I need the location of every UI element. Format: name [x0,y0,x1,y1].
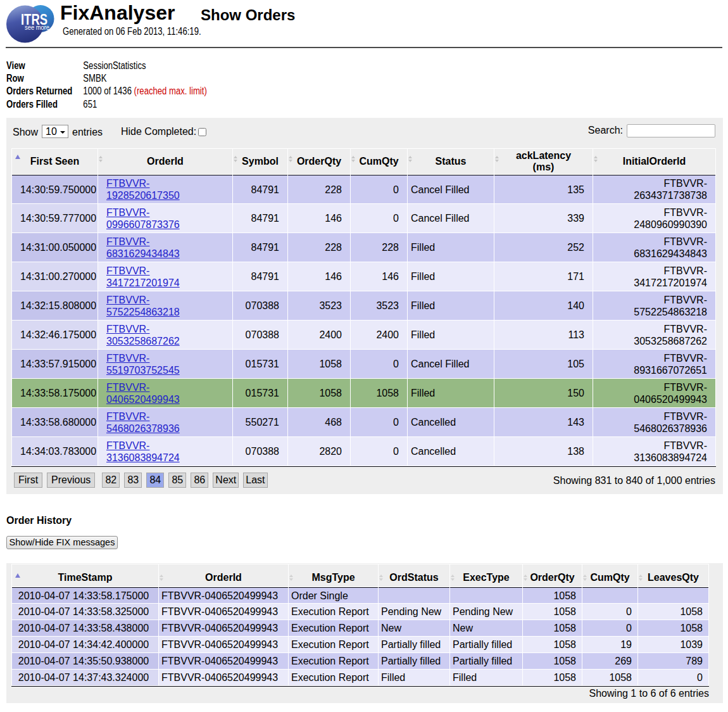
timestamp-cell: 2010-04-07 14:37:43.324000 [12,670,158,685]
history-row: 2010-04-07 14:34:42.400000FTBVVR-0406520… [12,637,708,652]
hide-completed-control: Hide Completed: [121,126,206,137]
order-id-cell: FTBVVR-1928520617350 [98,175,232,203]
order-id-link[interactable]: FTBVVR-3053258687262 [106,324,180,346]
page-button-82[interactable]: 82 [102,473,120,488]
column-header-orderid[interactable]: OrderId [98,149,232,174]
column-header-leavesqty[interactable]: LeavesQty [638,564,708,587]
symbol-cell: 015731 [233,350,287,378]
orders-table-info: Showing 831 to 840 of 1,000 entries [553,475,715,486]
cum-qty-cell [582,587,637,603]
symbol-cell: 84791 [233,175,287,203]
status-cell: Cancel Filled [408,175,494,203]
history-row: 2010-04-07 14:33:58.438000FTBVVR-0406520… [12,620,708,636]
info-label: Orders Returned [6,85,83,98]
column-header-orderid[interactable]: OrderId [159,564,288,587]
first-seen-cell: 14:31:00.050000 [12,233,97,262]
order-qty-cell: 146 [288,262,350,291]
order-id-link[interactable]: FTBVVR-0406520499943 [106,382,180,405]
order-id-cell: FTBVVR-3053258687262 [98,321,232,349]
page-title: Show Orders [201,8,295,23]
page-button-85[interactable]: 85 [168,473,186,488]
page-button-83[interactable]: 83 [124,473,142,488]
order-id-link[interactable]: FTBVVR-6831629434843 [106,236,180,259]
sort-both-icon [524,574,528,582]
ack-latency-cell: 113 [494,321,593,349]
search-input[interactable] [627,124,715,137]
column-header-timestamp[interactable]: TimeStamp [12,564,158,587]
toggle-fix-messages-button[interactable]: Show/Hide FIX messages [6,536,118,549]
order-id-cell: FTBVVR-0406520499943 [98,379,232,407]
hide-completed-checkbox[interactable] [198,128,206,136]
ack-latency-cell: 138 [494,437,593,466]
column-header-first-seen[interactable]: First Seen [12,149,97,174]
order-id-cell: FTBVVR-0406520499943 [159,620,288,636]
order-id-link[interactable]: FTBVVR-5519703752545 [106,353,180,376]
order-id-cell: FTBVVR-0406520499943 [159,587,288,603]
status-cell: Filled [408,291,494,320]
symbol-cell: 84791 [233,204,287,232]
page-button-84[interactable]: 84 [146,473,164,488]
order-qty-cell: 1058 [523,653,582,669]
page-button-last[interactable]: Last [243,473,267,488]
order-row: 14:34:03.783000FTBVVR-313608389472407038… [12,437,715,466]
ord-status-cell: New [379,620,449,636]
column-header-orderqty[interactable]: OrderQty [288,149,350,174]
order-row: 14:31:00.270000FTBVVR-341721720197484791… [12,262,715,291]
msg-type-cell: Order Single [289,587,378,603]
order-qty-cell: 1058 [523,637,582,652]
order-qty-cell: 3523 [288,291,350,320]
symbol-cell: 070388 [233,291,287,320]
info-row: Orders Returned1000 of 1436 (reached max… [6,85,251,98]
order-qty-cell: 1058 [288,350,350,378]
column-header-msgtype[interactable]: MsgType [289,564,378,587]
page-button-first[interactable]: First [14,473,42,488]
order-id-link[interactable]: FTBVVR-5468026378936 [106,411,180,434]
itrs-logo: ITRS see more [6,5,61,46]
exec-type-cell: Partially filled [450,653,522,669]
column-header-status[interactable]: Status [408,149,494,174]
info-value: SessionStatistics [83,60,146,71]
column-label: ExecType [463,572,510,583]
order-id-cell: FTBVVR-0406520499943 [159,670,288,685]
initial-order-id-cell: FTBVVR-6831629434843 [593,233,715,262]
column-header-exectype[interactable]: ExecType [450,564,522,587]
order-qty-cell: 146 [288,204,350,232]
info-label: View [6,60,83,72]
column-label: LeavesQty [648,572,699,583]
column-header-cumqty[interactable]: CumQty [582,564,637,587]
order-id-link[interactable]: FTBVVR-1928520617350 [106,178,180,201]
symbol-cell: 015731 [233,379,287,407]
order-id-link[interactable]: FTBVVR-0996607873376 [106,207,180,230]
status-cell: Filled [408,233,494,262]
sort-ascending-icon [15,573,20,578]
ord-status-cell: Partially filled [379,653,449,669]
cum-qty-cell: 228 [351,233,407,262]
order-id-link[interactable]: FTBVVR-3136083894724 [106,440,180,463]
column-header-acklatency[interactable]: ackLatency(ms) [494,149,593,174]
page-button-next[interactable]: Next [213,473,239,488]
cum-qty-cell: 0 [582,604,637,620]
leaves-qty-cell: 1039 [638,637,708,652]
ord-status-cell: Partially filled [379,637,449,652]
column-header-ordstatus[interactable]: OrdStatus [379,564,449,587]
order-id-link[interactable]: FTBVVR-5752254863218 [106,295,180,317]
page-button-previous[interactable]: Previous [47,473,95,488]
msg-type-cell: Execution Report [289,670,378,685]
sort-both-icon [379,574,384,582]
column-header-cumqty[interactable]: CumQty [351,149,407,174]
column-header-symbol[interactable]: Symbol [233,149,287,174]
initial-order-id-cell: FTBVVR-3053258687262 [593,321,715,349]
order-row: 14:30:59.777000FTBVVR-099660787337684791… [12,204,715,232]
page-length-select[interactable]: 10 [42,125,68,138]
order-id-link[interactable]: FTBVVR-3417217201974 [106,265,180,288]
column-label: CumQty [359,156,398,167]
page-length-control: Show10entries [13,126,103,139]
page-button-86[interactable]: 86 [191,473,208,488]
cum-qty-cell: 0 [582,620,637,636]
ack-latency-cell: 140 [494,291,593,320]
column-label: OrderQty [297,156,341,167]
generated-timestamp: Generated on 06 Feb 2013, 11:46:19. [63,26,232,37]
column-header-initialorderid[interactable]: InitialOrderId [593,149,715,174]
column-header-orderqty[interactable]: OrderQty [523,564,582,587]
info-note: (reached max. limit) [132,86,207,96]
